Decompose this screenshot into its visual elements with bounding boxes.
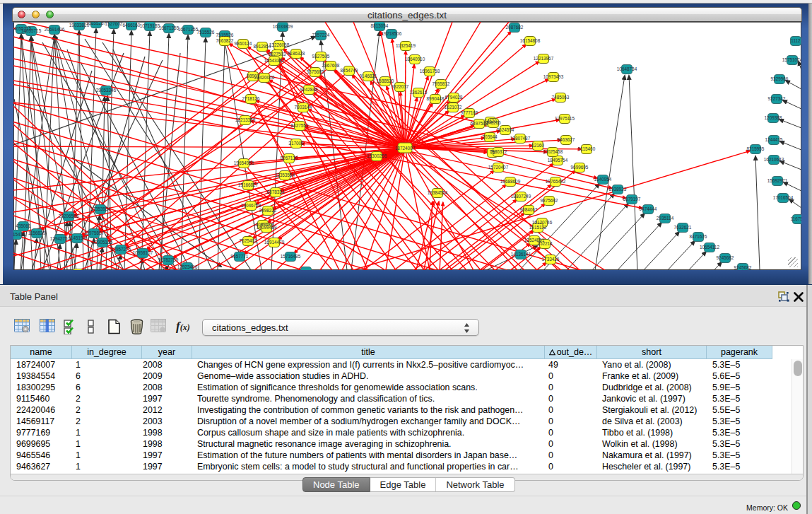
svg-text:1362615: 1362615	[410, 90, 428, 95]
svg-text:6794028: 6794028	[445, 95, 463, 100]
svg-text:9227342: 9227342	[768, 96, 786, 101]
svg-text:62160: 62160	[531, 143, 544, 148]
svg-text:9860124: 9860124	[235, 41, 252, 46]
svg-text:12905135: 12905135	[93, 240, 113, 245]
svg-text:16154808: 16154808	[520, 38, 541, 43]
svg-text:8990448: 8990448	[427, 96, 445, 101]
svg-text:19765492: 19765492	[546, 179, 566, 184]
svg-text:1244415: 1244415	[765, 137, 783, 142]
svg-text:746266: 746266	[486, 120, 501, 125]
svg-text:7515526: 7515526	[216, 33, 234, 37]
svg-text:16033809: 16033809	[273, 24, 293, 29]
svg-text:252214: 252214	[537, 241, 553, 246]
svg-text:2087682: 2087682	[506, 25, 524, 30]
svg-text:18300295: 18300295	[367, 153, 387, 158]
svg-text:7663822: 7663822	[216, 38, 234, 43]
svg-text:3624554: 3624554	[497, 127, 514, 132]
svg-text:116753: 116753	[791, 216, 801, 221]
svg-text:317006: 317006	[288, 141, 304, 146]
svg-text:12923466: 12923466	[177, 264, 198, 269]
svg-text:14055715: 14055715	[21, 28, 42, 33]
svg-text:14136141: 14136141	[511, 252, 531, 257]
svg-text:9827503: 9827503	[269, 52, 286, 57]
svg-text:8267130: 8267130	[281, 156, 298, 160]
svg-text:7803144: 7803144	[295, 105, 312, 110]
svg-text:17353934: 17353934	[90, 206, 111, 211]
svg-text:29053346: 29053346	[96, 88, 117, 93]
svg-text:1209388: 1209388	[765, 115, 782, 120]
svg-text:8186328: 8186328	[288, 51, 305, 56]
svg-text:18495754: 18495754	[548, 158, 568, 163]
svg-text:1145194: 1145194	[69, 235, 86, 240]
svg-text:12942757: 12942757	[50, 236, 71, 241]
svg-text:20691406: 20691406	[45, 27, 65, 32]
svg-text:7632621: 7632621	[674, 225, 692, 230]
svg-text:2718126: 2718126	[242, 96, 260, 101]
svg-text:8813054: 8813054	[371, 23, 389, 28]
svg-text:18640910: 18640910	[405, 57, 425, 62]
svg-text:2867608: 2867608	[322, 63, 340, 68]
svg-text:16210643: 16210643	[764, 157, 784, 162]
svg-text:1588520: 1588520	[377, 78, 394, 83]
svg-text:11325419: 11325419	[396, 43, 416, 48]
svg-text:7357224: 7357224	[312, 33, 330, 37]
svg-text:1112: 1112	[791, 38, 801, 43]
svg-text:9322037: 9322037	[392, 84, 409, 89]
svg-text:9245682: 9245682	[717, 255, 734, 260]
svg-text:9777169: 9777169	[461, 110, 478, 115]
svg-text:7515526: 7515526	[197, 30, 215, 35]
svg-text:8427552: 8427552	[291, 123, 309, 128]
svg-text:17016504: 17016504	[773, 195, 794, 200]
svg-text:7485063: 7485063	[552, 95, 570, 100]
svg-text:8878334: 8878334	[267, 189, 285, 194]
svg-text:18724007: 18724007	[395, 146, 416, 151]
svg-text:19384554: 19384554	[428, 190, 448, 195]
svg-text:16120746: 16120746	[532, 220, 553, 225]
svg-text:12213967: 12213967	[534, 56, 554, 61]
svg-text:6879197: 6879197	[623, 197, 641, 201]
svg-text:3915411: 3915411	[13, 232, 25, 237]
svg-text:16543382: 16543382	[264, 58, 285, 63]
svg-text:9115460: 9115460	[578, 146, 596, 151]
svg-text:8454749: 8454749	[341, 68, 358, 73]
svg-text:1733426: 1733426	[542, 257, 560, 262]
svg-text:9657771: 9657771	[231, 254, 249, 259]
svg-text:6466160: 6466160	[123, 23, 141, 28]
svg-text:15716485: 15716485	[281, 254, 301, 259]
svg-text:7955812: 7955812	[433, 81, 450, 86]
svg-text:16914479: 16914479	[264, 240, 285, 245]
svg-text:10973493: 10973493	[543, 74, 564, 79]
svg-text:9327505: 9327505	[312, 54, 330, 59]
svg-text:19166827: 19166827	[238, 182, 259, 187]
svg-text:8471676: 8471676	[690, 234, 707, 239]
svg-text:10719185: 10719185	[140, 23, 160, 28]
svg-text:203644: 203644	[482, 134, 498, 139]
svg-text:10958107: 10958107	[133, 250, 153, 255]
svg-text:19218506: 19218506	[382, 31, 402, 36]
svg-text:9463627: 9463627	[558, 137, 575, 142]
svg-text:15692971: 15692971	[767, 178, 788, 183]
svg-text:15751074: 15751074	[782, 57, 801, 62]
svg-text:10975867: 10975867	[84, 230, 105, 235]
svg-text:1156829: 1156829	[28, 230, 46, 235]
svg-text:19654955: 19654955	[234, 160, 254, 165]
svg-text:16961758: 16961758	[420, 69, 440, 74]
svg-text:8938923: 8938923	[609, 187, 627, 192]
svg-text:3375685: 3375685	[307, 69, 324, 74]
svg-text:10688609: 10688609	[500, 179, 521, 184]
svg-text:12213389: 12213389	[235, 117, 256, 122]
svg-text:17957275: 17957275	[111, 247, 131, 252]
svg-text:10046758: 10046758	[241, 203, 261, 208]
svg-text:15720407: 15720407	[488, 165, 509, 170]
svg-text:10807487: 10807487	[510, 136, 531, 141]
svg-text:9329966: 9329966	[771, 76, 789, 81]
svg-text:12975115: 12975115	[555, 116, 575, 121]
svg-text:10648784: 10648784	[617, 66, 637, 71]
svg-text:10025458: 10025458	[543, 149, 563, 154]
svg-text:14099489: 14099489	[257, 225, 277, 230]
svg-text:9875692: 9875692	[541, 198, 558, 203]
svg-text:2935114: 2935114	[657, 216, 674, 221]
svg-text:7625402: 7625402	[240, 238, 257, 243]
svg-text:9699695: 9699695	[571, 165, 589, 170]
svg-text:7986372: 7986372	[490, 149, 507, 154]
